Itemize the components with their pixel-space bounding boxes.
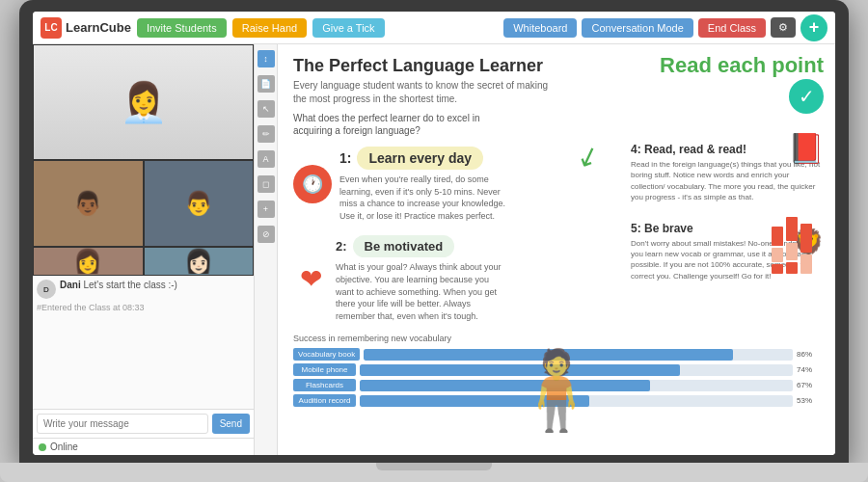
bar-chart-title: Success in remembering new vocabulary	[293, 334, 820, 343]
invite-students-button[interactable]: Invite Students	[137, 18, 227, 38]
point-2-text: What is your goal? Always think about yo…	[336, 261, 509, 322]
seg-1-3	[772, 264, 783, 274]
video-cell-3: 👩	[33, 247, 144, 276]
logo-icon: LC	[41, 17, 62, 39]
point-1-content: 1: Learn every day Even when you're real…	[339, 147, 513, 222]
chat-send-button[interactable]: Send	[212, 414, 250, 434]
video-cell-4: 👩🏻	[144, 247, 255, 276]
raise-hand-button[interactable]: Raise Hand	[232, 18, 307, 38]
give-tick-button[interactable]: Give a Tick	[312, 18, 384, 38]
video-grid: 👩‍💼 👨🏾 👨 👩 👩🏻	[33, 44, 254, 276]
infographic-subtitle: Every language student wants to know the…	[293, 79, 563, 106]
stacked-bar-3	[800, 224, 812, 274]
tool-arrows[interactable]: ↕	[258, 50, 275, 67]
point-1-text: Even when you're really tired, do some l…	[339, 174, 513, 222]
seg-3-1	[800, 224, 812, 253]
point-5-title: Be brave	[644, 222, 693, 235]
stacked-bars	[772, 217, 812, 274]
point-5-number: 5:	[631, 222, 641, 235]
chat-input[interactable]	[37, 414, 208, 434]
fab-plus-button[interactable]: +	[800, 14, 827, 41]
chat-username-1: Dani	[60, 280, 81, 290]
point-1-label: Learn every day	[357, 147, 483, 170]
point-4-title: Read, read & read!	[644, 143, 746, 156]
point-2-label: Be motivated	[353, 235, 455, 257]
avatar-2: 👨	[145, 161, 254, 246]
avatar-woman: 👩‍💼	[34, 45, 253, 159]
bar-fill-3	[360, 380, 650, 391]
stacked-bar-2	[786, 217, 798, 274]
chat-avatar-dani: D	[37, 280, 56, 299]
figure-person: 🧍	[508, 345, 605, 436]
end-class-button[interactable]: End Class	[698, 18, 766, 38]
seg-2-3	[786, 262, 798, 274]
chat-input-row: Send	[33, 409, 254, 438]
tool-plus[interactable]: +	[258, 201, 275, 218]
chat-system-msg: #Entered the Class at 08:33	[37, 303, 250, 312]
tool-text[interactable]: A	[258, 150, 275, 168]
bottom-charts	[772, 217, 812, 274]
bar-label-4: Audition record	[293, 394, 356, 407]
laptop-base	[0, 463, 868, 482]
tool-pencil[interactable]: ✏	[258, 125, 275, 143]
top-right-controls: Whiteboard Conversation Mode End Class ⚙…	[503, 14, 827, 41]
content-area: The Perfect Language Learner Every langu…	[278, 44, 835, 455]
point-1-icon: 🕐	[293, 165, 332, 203]
bar-label-3: Flashcards	[293, 379, 356, 391]
infographic-question: What does the perfect learner do to exce…	[293, 112, 505, 137]
chat-text-1: Dani Let's start the class :-)	[60, 280, 177, 290]
tool-shapes[interactable]: ◻	[258, 175, 275, 193]
tool-doc[interactable]: 📄	[258, 75, 275, 93]
seg-1-1	[772, 227, 783, 246]
tool-eraser[interactable]: ⊘	[258, 226, 275, 243]
bar-pct-4: 53%	[797, 396, 820, 405]
settings-button[interactable]: ⚙	[771, 17, 796, 38]
online-label: Online	[50, 442, 78, 452]
seg-3-2	[800, 254, 812, 274]
read-each-point-heading: Read each point	[631, 54, 824, 77]
chat-message-1: D Dani Let's start the class :-)	[37, 280, 250, 299]
conversation-mode-button[interactable]: Conversation Mode	[582, 18, 692, 38]
main-area: 👩‍💼 👨🏾 👨 👩 👩🏻	[33, 44, 835, 455]
point-2-content: 2: Be motivated What is your goal? Alway…	[336, 235, 509, 322]
video-cell-1: 👨🏾	[33, 160, 144, 247]
avatar-3: 👩	[34, 248, 143, 275]
video-cell-2: 👨	[144, 160, 255, 247]
logo-text: LearnCube	[66, 20, 131, 35]
seg-2-2	[786, 243, 798, 260]
avatar-4: 👩🏻	[145, 248, 254, 275]
right-column: Read each point ✓ 📕 4: Read, read & read…	[631, 54, 824, 281]
seg-1-2	[772, 248, 783, 262]
bar-pct-2: 74%	[797, 365, 820, 374]
video-main: 👩‍💼	[33, 44, 254, 160]
online-indicator	[39, 443, 46, 451]
seg-2-1	[786, 217, 798, 241]
bar-pct-1: 86%	[797, 350, 820, 359]
topbar: LC LearnCube Invite Students Raise Hand …	[33, 12, 835, 44]
logo: LC LearnCube	[41, 17, 131, 39]
book-icon: 📕	[788, 131, 824, 165]
avatar-1: 👨🏾	[34, 161, 143, 246]
side-toolbar: ↕ 📄 ↖ ✏ A ◻ + ⊘	[255, 44, 278, 455]
checkmark-icon: ✓	[789, 79, 824, 114]
bar-label-1: Vocabulary book	[293, 348, 360, 361]
heart-icon: ❤	[293, 261, 328, 296]
chat-area: D Dani Let's start the class :-) #Entere…	[33, 276, 254, 409]
point-1-number: 1:	[339, 150, 351, 166]
left-panel: 👩‍💼 👨🏾 👨 👩 👩🏻	[33, 44, 255, 455]
point-2-number: 2:	[336, 239, 347, 254]
point-4-text: Read in the foreign language(s) things t…	[631, 159, 824, 202]
bar-pct-3: 67%	[797, 381, 820, 389]
chat-message-body-1: Let's start the class :-)	[83, 280, 177, 290]
bar-label-2: Mobile phone	[293, 363, 356, 376]
tool-cursor[interactable]: ↖	[258, 100, 275, 118]
online-bar: Online	[33, 438, 254, 455]
stacked-bar-1	[772, 227, 783, 274]
whiteboard-button[interactable]: Whiteboard	[503, 18, 577, 38]
point-4-number: 4:	[631, 143, 641, 156]
content-inner: The Perfect Language Learner Every langu…	[278, 44, 835, 455]
